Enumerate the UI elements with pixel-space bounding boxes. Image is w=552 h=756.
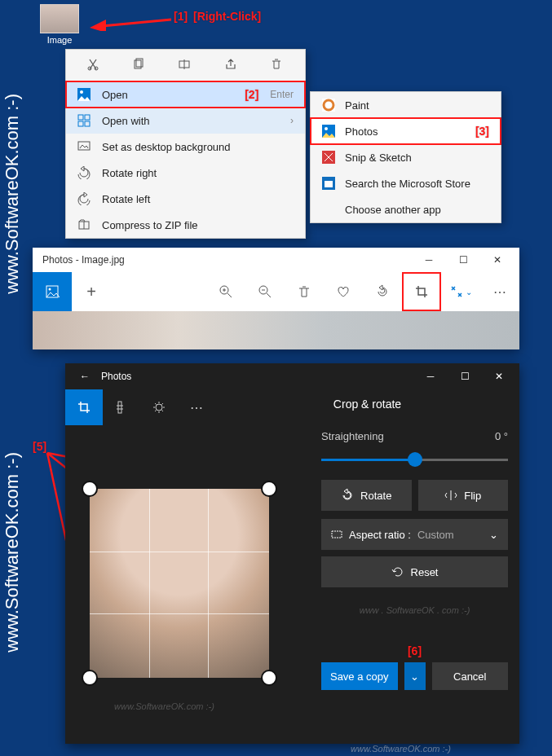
flip-action-icon bbox=[444, 489, 457, 502]
annotation-6: [6] bbox=[321, 644, 508, 657]
photos-viewer-window: Photos - Image.jpg ─ ☐ ✕ + ⌄ ⋯ bbox=[33, 248, 519, 349]
context-menu-set-background[interactable]: Set as desktop background bbox=[66, 134, 305, 160]
filters-tab[interactable] bbox=[103, 389, 140, 425]
chevron-down-icon: ⌄ bbox=[489, 529, 498, 541]
choose-label: Choose another app bbox=[345, 204, 441, 216]
photos-viewer-titlebar[interactable]: Photos - Image.jpg ─ ☐ ✕ bbox=[33, 248, 519, 272]
paint-app-icon bbox=[322, 99, 335, 112]
slider-thumb[interactable] bbox=[408, 452, 422, 467]
annotation-3: [3] bbox=[475, 125, 489, 138]
photos-app-icon bbox=[322, 125, 335, 138]
favorite-button[interactable] bbox=[324, 272, 363, 311]
compress-label: Compress to ZIP file bbox=[102, 219, 294, 231]
aspect-value: Custom bbox=[417, 529, 454, 541]
minimize-button[interactable]: ─ bbox=[412, 248, 446, 272]
watermark-panel: www . SoftwareOK . com :-) bbox=[321, 605, 508, 615]
flip-action-button[interactable]: Flip bbox=[418, 480, 509, 511]
open-with-label: Open with bbox=[102, 115, 279, 127]
blank-icon bbox=[322, 203, 335, 216]
save-copy-split-button[interactable]: ⌄ bbox=[404, 662, 426, 690]
rename-icon[interactable] bbox=[178, 58, 192, 73]
share-icon[interactable] bbox=[224, 58, 239, 73]
submenu-snip[interactable]: Snip & Sketch bbox=[311, 144, 501, 170]
straightening-value: 0 ° bbox=[495, 430, 508, 442]
svg-rect-14 bbox=[78, 142, 90, 150]
close-button[interactable]: ✕ bbox=[480, 248, 514, 272]
open-label: Open bbox=[102, 89, 233, 101]
crop-handle-bottom-right[interactable] bbox=[261, 670, 277, 686]
svg-point-43 bbox=[156, 404, 162, 411]
photos-editor-titlebar[interactable]: ← Photos ─ ☐ ✕ bbox=[65, 363, 519, 389]
svg-rect-44 bbox=[332, 531, 342, 538]
delete-button[interactable] bbox=[285, 272, 324, 311]
submenu-paint[interactable]: Paint bbox=[311, 92, 501, 118]
straightening-slider[interactable] bbox=[321, 447, 508, 472]
svg-rect-10 bbox=[78, 115, 83, 120]
rotate-action-button[interactable]: Rotate bbox=[321, 480, 412, 511]
context-menu-rotate-left[interactable]: Rotate left bbox=[66, 186, 305, 212]
editor-tabs: ⋯ bbox=[65, 389, 215, 425]
reset-button[interactable]: Reset bbox=[321, 556, 508, 587]
editor-minimize-button[interactable]: ─ bbox=[413, 364, 448, 389]
flip-action-label: Flip bbox=[464, 490, 481, 502]
paint-label: Paint bbox=[345, 99, 369, 112]
set-background-label: Set as desktop background bbox=[102, 141, 294, 153]
adjust-tab[interactable] bbox=[140, 389, 178, 425]
crop-button[interactable] bbox=[402, 272, 441, 311]
photos-viewer-title: Photos - Image.jpg bbox=[38, 254, 125, 266]
reset-label: Reset bbox=[411, 566, 439, 578]
annotation-1: [1] bbox=[174, 10, 188, 23]
cut-icon[interactable] bbox=[86, 58, 101, 73]
straightening-label: Straightening bbox=[321, 430, 384, 442]
snip-app-icon bbox=[322, 151, 335, 164]
aspect-icon bbox=[331, 529, 342, 540]
arrow-to-icon bbox=[90, 15, 171, 31]
aspect-ratio-dropdown[interactable]: Aspect ratio : Custom ⌄ bbox=[321, 519, 508, 550]
rotate-left-label: Rotate left bbox=[102, 193, 294, 205]
svg-rect-11 bbox=[85, 115, 90, 120]
copy-icon[interactable] bbox=[132, 58, 147, 73]
crop-handle-top-left[interactable] bbox=[82, 481, 98, 497]
editor-close-button[interactable]: ✕ bbox=[482, 364, 516, 389]
snip-label: Snip & Sketch bbox=[345, 152, 412, 164]
svg-marker-1 bbox=[90, 20, 106, 31]
crop-handle-bottom-left[interactable] bbox=[82, 670, 98, 686]
more-button[interactable]: ⋯ bbox=[480, 272, 519, 311]
image-icon bbox=[77, 88, 91, 101]
zoom-in-button[interactable] bbox=[206, 272, 245, 311]
submenu-choose-another[interactable]: Choose another app bbox=[311, 196, 501, 222]
context-menu-open[interactable]: Open [2] Enter bbox=[66, 81, 305, 108]
rotate-button[interactable] bbox=[363, 272, 402, 311]
delete-icon[interactable] bbox=[270, 58, 285, 73]
desktop-file-icon[interactable]: Image bbox=[35, 4, 84, 45]
annotation-1-text: [Right-Click] bbox=[193, 10, 261, 23]
submenu-photos[interactable]: Photos [3] bbox=[311, 118, 501, 144]
rotate-right-icon bbox=[77, 166, 91, 179]
edit-button[interactable]: ⌄ bbox=[441, 272, 480, 311]
watermark-canvas: www.SoftwareOK.com :-) bbox=[114, 701, 214, 711]
editor-maximize-button[interactable]: ☐ bbox=[448, 364, 482, 389]
zoom-out-button[interactable] bbox=[245, 272, 285, 311]
crop-handle-top-right[interactable] bbox=[261, 481, 277, 497]
rotate-right-label: Rotate right bbox=[102, 167, 294, 179]
back-button[interactable]: ← bbox=[68, 363, 101, 389]
crop-side-panel: Straightening 0 ° Rotate Flip Aspect rat… bbox=[310, 425, 519, 744]
context-menu-open-with[interactable]: Open with › bbox=[66, 108, 305, 134]
submenu-store[interactable]: Search the Microsoft Store bbox=[311, 170, 501, 196]
crop-grid-overlay bbox=[90, 489, 269, 678]
crop-canvas[interactable]: www.SoftwareOK.com :-) bbox=[65, 425, 310, 744]
cancel-button[interactable]: Cancel bbox=[432, 662, 509, 690]
aspect-label: Aspect ratio : bbox=[349, 529, 411, 541]
save-copy-button[interactable]: Save a copy bbox=[321, 662, 398, 690]
panel-title: Crop & rotate bbox=[215, 389, 519, 425]
context-menu-rotate-right[interactable]: Rotate right bbox=[66, 160, 305, 186]
maximize-button[interactable]: ☐ bbox=[446, 248, 480, 272]
context-menu-compress[interactable]: Compress to ZIP file bbox=[66, 212, 305, 238]
view-all-button[interactable] bbox=[33, 272, 72, 311]
crop-frame[interactable] bbox=[90, 489, 269, 678]
reset-icon bbox=[391, 565, 404, 578]
crop-tab[interactable] bbox=[65, 389, 103, 425]
open-with-submenu: Paint Photos [3] Snip & Sketch Search th… bbox=[310, 91, 501, 223]
add-button[interactable]: + bbox=[72, 272, 111, 311]
more-tab[interactable]: ⋯ bbox=[178, 389, 215, 425]
